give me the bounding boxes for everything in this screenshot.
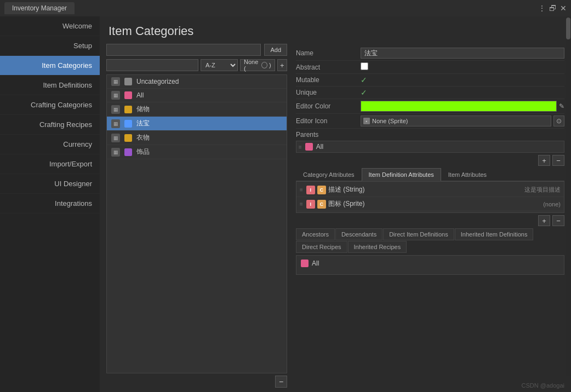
sort-select[interactable]: A-Z Z-A Custom xyxy=(201,59,238,71)
tab-category-attributes[interactable]: Category Attributes xyxy=(296,168,362,181)
attr-item: ≡ I C 描述 (String) 这是项目描述 xyxy=(296,183,564,197)
item-label: 衣物 xyxy=(136,133,150,142)
prop-row-editor-icon: Editor Icon ▪ None (Sprite) ⊙ xyxy=(296,114,564,129)
sidebar-item-ui-designer[interactable]: UI Designer xyxy=(0,174,100,194)
sprite-icon: ▪ xyxy=(363,118,370,124)
item-list: ▦ Uncategorized ▦ All ▦ 储物 xyxy=(106,74,287,373)
color-picker-icon[interactable]: ✎ xyxy=(559,102,564,110)
grid-icon: ▦ xyxy=(111,134,120,142)
item-label: Uncategorized xyxy=(136,78,179,85)
name-value xyxy=(361,48,564,59)
grid-icon: ▦ xyxy=(111,105,120,114)
list-item-selected[interactable]: ▦ 法宝 xyxy=(107,117,287,131)
bottom-item-color xyxy=(301,260,309,267)
item-label: All xyxy=(136,91,144,99)
sidebar-item-integrations[interactable]: Integrations xyxy=(0,194,100,214)
abstract-label: Abstract xyxy=(296,64,356,71)
sidebar-item-item-definitions[interactable]: Item Definitions xyxy=(0,76,100,95)
prop-row-mutable: Mutable ✓ xyxy=(296,74,564,87)
parent-item: ≡ All xyxy=(296,141,564,153)
parents-remove-button[interactable]: − xyxy=(552,155,564,166)
abstract-checkbox[interactable] xyxy=(361,62,368,70)
sprite-select[interactable]: ▪ None (Sprite) xyxy=(361,116,551,126)
tab-direct-recipes[interactable]: Direct Recipes xyxy=(296,241,347,253)
filter-none-label: None ( xyxy=(244,59,260,72)
sidebar-item-setup[interactable]: Setup xyxy=(0,36,100,56)
item-color-dot xyxy=(124,78,132,85)
editor-color-value: ✎ xyxy=(361,101,564,112)
attribute-list: ≡ I C 描述 (String) 这是项目描述 ≡ I C 图标 (Sprit… xyxy=(296,181,564,213)
panels: Add 🔍 A-Z Z-A Custom None ( xyxy=(100,44,571,392)
list-item[interactable]: ▦ Uncategorized xyxy=(107,75,287,89)
bottom-item: All xyxy=(300,258,561,269)
item-label: 储物 xyxy=(136,105,150,114)
mutable-checkmark: ✓ xyxy=(361,76,367,84)
more-options-icon[interactable]: ⋮ xyxy=(538,4,546,13)
item-color-dot xyxy=(124,120,132,128)
list-item[interactable]: ▦ All xyxy=(107,89,287,102)
attr-value: (none) xyxy=(543,201,561,207)
watermark: CSDN @adogai xyxy=(522,382,564,389)
toolbar-row: Add xyxy=(106,44,287,56)
filter-row: 🔍 A-Z Z-A Custom None ( ) + xyxy=(106,59,287,71)
sidebar-item-welcome[interactable]: Welcome xyxy=(0,16,100,36)
attr-item: ≡ I C 图标 (Sprite) (none) xyxy=(296,197,564,211)
color-bar[interactable] xyxy=(361,101,557,112)
filter-search-wrap: 🔍 xyxy=(106,59,198,71)
tab-descendants[interactable]: Descendants xyxy=(335,228,382,240)
prop-row-name: Name xyxy=(296,46,564,61)
attribute-tabs-section: Category Attributes Item Definition Attr… xyxy=(296,168,564,226)
name-input[interactable] xyxy=(361,48,564,59)
sidebar-item-import-export[interactable]: Import/Export xyxy=(0,154,100,174)
unique-checkmark: ✓ xyxy=(361,88,367,97)
sidebar-item-currency[interactable]: Currency xyxy=(0,135,100,154)
tab-inherited-recipes[interactable]: Inherited Recipes xyxy=(348,241,407,253)
close-icon[interactable]: ✕ xyxy=(560,4,567,13)
prop-row-abstract: Abstract xyxy=(296,61,564,74)
icon-clear-button[interactable]: ⊙ xyxy=(553,116,564,126)
attr-remove-button[interactable]: − xyxy=(552,215,564,226)
add-button[interactable]: Add xyxy=(264,44,287,56)
grid-icon: ▦ xyxy=(111,119,120,128)
attribute-actions: + − xyxy=(296,215,564,226)
list-item[interactable]: ▦ 饰品 xyxy=(107,145,287,159)
sidebar-item-crafting-categories[interactable]: Crafting Categories xyxy=(0,95,100,115)
parents-section: Parents ≡ All + − xyxy=(296,131,564,166)
list-bottom-row: − xyxy=(106,376,287,388)
title-bar: Inventory Manager ⋮ 🗗 ✕ xyxy=(0,0,571,16)
scrollbar-track[interactable] xyxy=(566,44,571,376)
bottom-item-label: All xyxy=(312,260,319,267)
attr-add-button[interactable]: + xyxy=(538,215,550,226)
tab-item-definition-attributes[interactable]: Item Definition Attributes xyxy=(362,168,441,181)
tab-direct-item-definitions[interactable]: Direct Item Definitions xyxy=(383,228,454,240)
tab-ancestors[interactable]: Ancestors xyxy=(296,228,335,240)
item-color-dot xyxy=(124,148,132,156)
filter-circle-icon xyxy=(261,62,267,68)
sprite-label: None (Sprite) xyxy=(372,118,408,124)
remove-item-button[interactable]: − xyxy=(275,376,287,388)
editor-icon-value: ▪ None (Sprite) ⊙ xyxy=(361,116,564,126)
attr-badge-c: C xyxy=(317,200,326,209)
name-search-input[interactable] xyxy=(106,44,261,56)
parents-label: Parents xyxy=(296,131,564,139)
attr-badge-i: I xyxy=(306,186,315,194)
tab-inherited-item-definitions[interactable]: Inherited Item Definitions xyxy=(455,228,534,240)
grid-icon: ▦ xyxy=(111,91,120,100)
parents-add-button[interactable]: + xyxy=(538,155,550,166)
list-item[interactable]: ▦ 衣物 xyxy=(107,131,287,145)
filter-none[interactable]: None ( ) xyxy=(240,59,275,71)
filter-add-button[interactable]: + xyxy=(277,59,287,71)
attribute-tab-bar: Category Attributes Item Definition Attr… xyxy=(296,168,564,181)
filter-input[interactable] xyxy=(106,59,198,71)
prop-row-unique: Unique ✓ xyxy=(296,87,564,99)
drag-handle-icon: ≡ xyxy=(299,144,302,150)
sidebar-item-item-categories[interactable]: Item Categories xyxy=(0,56,100,76)
list-item[interactable]: ▦ 储物 xyxy=(107,102,287,117)
item-color-dot xyxy=(124,106,132,113)
restore-icon[interactable]: 🗗 xyxy=(549,4,557,13)
parent-color-dot xyxy=(305,143,313,151)
tab-item-attributes[interactable]: Item Attributes xyxy=(441,168,494,181)
title-bar-tab[interactable]: Inventory Manager xyxy=(4,2,75,14)
item-label: 法宝 xyxy=(136,119,150,128)
sidebar-item-crafting-recipes[interactable]: Crafting Recipes xyxy=(0,115,100,135)
